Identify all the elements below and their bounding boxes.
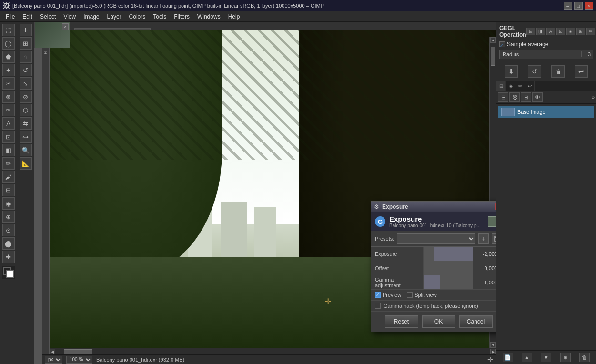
menu-colors[interactable]: Colors [125, 12, 150, 21]
preset-delete-button[interactable] [492, 233, 496, 244]
panel-tab-undo[interactable]: ↩ [525, 81, 535, 91]
tool-paths[interactable]: ✑ [2, 104, 15, 116]
exposure-slider[interactable] [424, 247, 473, 261]
tool-bucket-fill[interactable]: ⊡ [2, 131, 15, 143]
gamma-hack-checkbox[interactable] [375, 303, 381, 309]
reset-history-button[interactable]: ↩ [575, 65, 588, 78]
tool-foreground-select[interactable]: ⊛ [2, 91, 15, 103]
preset-add-button[interactable]: + [478, 233, 489, 244]
tool-blend[interactable]: ◧ [2, 144, 15, 156]
preview-option[interactable]: ✓ Preview [375, 292, 401, 298]
image-navigator[interactable]: × [34, 22, 70, 48]
menu-help[interactable]: Help [224, 12, 244, 21]
tool-rotate[interactable]: ↺ [20, 64, 32, 76]
gegl-icon-6[interactable]: ⊞ [576, 28, 585, 35]
panel-expand-button[interactable]: » [592, 94, 595, 100]
tool-alignment[interactable]: ⊞ [20, 37, 32, 50]
menu-edit[interactable]: Edit [19, 12, 36, 21]
tool-eraser[interactable]: ⊟ [2, 184, 15, 196]
scroll-right-button[interactable]: ▶ [490, 349, 496, 354]
duplicate-layer-button[interactable]: ⊕ [560, 353, 571, 362]
unit-select[interactable]: px [45, 356, 62, 364]
tool-flip[interactable]: ⇆ [20, 117, 32, 130]
menu-filters[interactable]: Filters [170, 12, 193, 21]
tool-ellipse-select[interactable]: ◯ [2, 37, 15, 50]
layer-chain-button[interactable]: ⛓ [509, 92, 520, 102]
cancel-button[interactable]: Cancel [459, 315, 493, 328]
raise-layer-button[interactable]: ▲ [522, 353, 532, 362]
exposure-titlebar[interactable]: ⚙ Exposure × [371, 202, 496, 212]
tool-fuzzy-select[interactable]: ✦ [2, 64, 15, 76]
gamma-slider[interactable] [424, 275, 473, 289]
menu-image[interactable]: Image [80, 12, 103, 21]
maximize-button[interactable]: □ [574, 2, 583, 10]
gamma-value[interactable]: 1,000 [473, 280, 496, 285]
tool-magnify[interactable]: 🔍 [20, 144, 32, 156]
tool-move[interactable]: ✛ [20, 24, 32, 36]
h-scroll-thumb[interactable] [64, 349, 92, 354]
layer-mode-button[interactable]: ⊟ [498, 92, 508, 102]
nav-close-button[interactable]: × [62, 23, 69, 30]
menu-layer[interactable]: Layer [103, 12, 125, 21]
tool-smudge[interactable]: ⊙ [2, 224, 15, 236]
tool-paintbrush[interactable]: 🖌 [2, 171, 15, 183]
presets-select[interactable] [397, 233, 475, 244]
menu-select[interactable]: Select [36, 12, 60, 21]
split-view-checkbox[interactable] [407, 292, 413, 298]
preview-checkbox[interactable]: ✓ [375, 292, 381, 298]
menu-file[interactable]: File [2, 12, 19, 21]
menu-windows[interactable]: Windows [193, 12, 224, 21]
offset-slider[interactable] [424, 261, 473, 275]
tool-dodge[interactable]: ⬤ [2, 237, 15, 250]
gegl-icon-1[interactable]: ⊟ [526, 28, 535, 35]
tool-clone[interactable]: ⊕ [2, 211, 15, 223]
reset-button[interactable]: Reset [385, 315, 418, 328]
layer-group-button[interactable]: ⊞ [521, 92, 531, 102]
dialog-close-button[interactable]: × [495, 203, 496, 210]
tool-fgbg-colors[interactable] [2, 266, 15, 279]
new-layer-button[interactable]: 📄 [503, 353, 513, 362]
canvas-content[interactable]: H ✛ [42, 30, 496, 354]
tool-crop[interactable]: ⌂ [20, 51, 32, 63]
exposure-value[interactable]: -2,000 [473, 251, 496, 257]
gegl-icon-4[interactable]: ⊡ [556, 28, 565, 35]
close-button[interactable]: × [585, 2, 593, 10]
layer-item-base[interactable]: Base Image [498, 106, 594, 118]
tool-measure[interactable]: 📐 [20, 157, 32, 170]
minimize-button[interactable]: – [564, 2, 572, 10]
tool-color-picker[interactable]: ⊶ [20, 131, 32, 143]
v-scroll-thumb[interactable] [491, 47, 495, 66]
trash-button[interactable]: 🗑 [551, 65, 565, 78]
tool-perspective[interactable]: ⬡ [20, 104, 32, 116]
menu-view[interactable]: View [60, 12, 80, 21]
tool-heal[interactable]: ✚ [2, 251, 15, 263]
offset-value[interactable]: 0,000 [473, 265, 496, 271]
tool-free-select[interactable]: ⬟ [2, 51, 15, 63]
zoom-select[interactable]: 100 % [66, 356, 92, 364]
tool-airbrush[interactable]: ◉ [2, 197, 15, 210]
gegl-icon-2[interactable]: ◨ [536, 28, 545, 35]
radius-value[interactable]: 3 [581, 51, 593, 57]
panel-tab-paths[interactable]: ✑ [515, 81, 525, 91]
tool-pencil[interactable]: ✏ [2, 157, 15, 170]
split-view-option[interactable]: Split view [407, 292, 436, 298]
download-button[interactable]: ⬇ [505, 65, 518, 78]
tool-scale[interactable]: ⤡ [20, 77, 32, 90]
scroll-down-button[interactable]: ▼ [490, 342, 496, 348]
delete-layer-button[interactable]: 🗑 [579, 353, 590, 362]
gegl-icon-3[interactable]: A [546, 28, 555, 35]
horizontal-scrollbar[interactable]: ▶ ◀ [50, 348, 496, 354]
tool-scissors[interactable]: ✂ [2, 77, 15, 90]
tool-shear[interactable]: ⊘ [20, 91, 32, 103]
panel-tab-channels[interactable]: ◈ [506, 81, 515, 91]
refresh-button[interactable]: ↺ [528, 65, 541, 78]
gegl-icon-7[interactable]: ✏ [586, 28, 595, 35]
panel-tab-layers[interactable]: ⊟ [496, 81, 506, 91]
scroll-up-button[interactable]: ▲ [490, 37, 496, 43]
scroll-left-button[interactable]: ◀ [50, 349, 55, 354]
lower-layer-button[interactable]: ▼ [541, 353, 551, 362]
tool-rectangle-select[interactable]: ⬚ [2, 24, 15, 36]
menu-tools[interactable]: Tools [149, 12, 170, 21]
ok-button[interactable]: OK [422, 315, 455, 328]
layer-visibility-button[interactable]: 👁 [532, 92, 543, 102]
